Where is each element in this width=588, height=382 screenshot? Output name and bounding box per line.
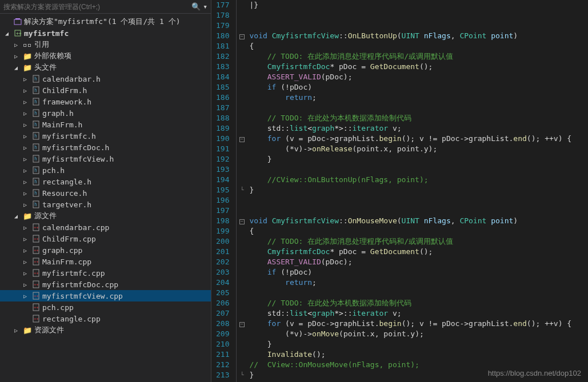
fold-marker[interactable]	[237, 103, 247, 113]
fold-marker[interactable]	[237, 164, 247, 175]
code-line[interactable]: }	[249, 185, 588, 195]
code-line[interactable]: ASSERT_VALID(pDoc);	[249, 257, 588, 267]
code-line[interactable]: return;	[249, 93, 588, 103]
fold-marker[interactable]	[237, 144, 247, 154]
resources-folder[interactable]: ▷📁资源文件	[0, 324, 211, 336]
expand-arrow-icon[interactable]: ▷	[11, 42, 21, 48]
expand-arrow-icon[interactable]: ▷	[21, 202, 30, 208]
header-file-graph-h[interactable]: ▷hgraph.h	[0, 107, 211, 119]
header-file-myfisrtmfc-h[interactable]: ▷hmyfisrtmfc.h	[0, 130, 211, 142]
fold-marker[interactable]	[237, 298, 247, 308]
expand-arrow-icon[interactable]: ▷	[21, 270, 30, 276]
code-line[interactable]: void CmyfisrtmfcView::OnLButtonUp(UINT n…	[249, 31, 588, 41]
header-file-ChildFrm-h[interactable]: ▷hChildFrm.h	[0, 85, 211, 96]
expand-arrow-icon[interactable]: ▷	[21, 99, 30, 105]
header-file-Resource-h[interactable]: ▷hResource.h	[0, 187, 211, 199]
header-file-myfisrtmfcView-h[interactable]: ▷hmyfisrtmfcView.h	[0, 153, 211, 164]
code-line[interactable]: return;	[249, 278, 588, 288]
code-line[interactable]: Invalidate();	[249, 349, 588, 360]
expand-arrow-icon[interactable]: ▷	[21, 144, 30, 151]
code-line[interactable]	[249, 164, 588, 175]
fold-marker[interactable]	[237, 236, 247, 247]
code-line[interactable]	[249, 195, 588, 206]
fold-marker[interactable]	[237, 154, 247, 164]
expand-arrow-icon[interactable]: ▷	[21, 110, 30, 116]
references-node[interactable]: ▷▫▫引用	[0, 39, 211, 50]
fold-marker[interactable]	[237, 339, 247, 349]
code-area[interactable]: |}void CmyfisrtmfcView::OnLButtonUp(UINT…	[247, 0, 588, 382]
header-file-targetver-h[interactable]: ▷htargetver.h	[0, 199, 211, 210]
fold-marker[interactable]	[237, 62, 247, 72]
expand-arrow-icon[interactable]: ◢	[2, 30, 11, 37]
source-file-ChildFrm-cpp[interactable]: ▷++ChildFrm.cpp	[0, 233, 211, 244]
search-input[interactable]	[3, 3, 189, 11]
header-file-framework-h[interactable]: ▷hframework.h	[0, 96, 211, 107]
fold-marker[interactable]	[237, 82, 247, 93]
code-line[interactable]	[249, 10, 588, 21]
expand-arrow-icon[interactable]: ▷	[21, 179, 30, 185]
code-editor[interactable]: 1771781791801811821831841851861871881891…	[211, 0, 588, 382]
fold-marker[interactable]	[237, 21, 247, 31]
expand-arrow-icon[interactable]: ▷	[11, 53, 21, 59]
header-file-MainFrm-h[interactable]: ▷hMainFrm.h	[0, 119, 211, 130]
code-line[interactable]: if (!pDoc)	[249, 82, 588, 93]
fold-marker[interactable]: −	[237, 319, 247, 329]
code-line[interactable]: {	[249, 41, 588, 51]
code-line[interactable]: CmyfisrtmfcDoc* pDoc = GetDocument();	[249, 247, 588, 257]
source-file-myfisrtmfcView-cpp[interactable]: ▷++myfisrtmfcView.cpp	[0, 290, 211, 301]
code-line[interactable]: (*v)->onRelease(point.x, point.y);	[249, 144, 588, 154]
fold-marker[interactable]	[237, 72, 247, 82]
code-line[interactable]: // TODO: 在此处为本机数据添加绘制代码	[249, 113, 588, 123]
fold-marker[interactable]	[237, 288, 247, 298]
fold-marker[interactable]	[237, 360, 247, 370]
source-file-myfisrtmfcDoc-cpp[interactable]: ▷++myfisrtmfcDoc.cpp	[0, 279, 211, 290]
header-file-calendarbar-h[interactable]: ▷hcalendarbar.h	[0, 73, 211, 85]
header-file-rectangle-h[interactable]: ▷hrectangle.h	[0, 176, 211, 187]
fold-marker[interactable]	[237, 10, 247, 21]
source-file-rectangle-cpp[interactable]: ++rectangle.cpp	[0, 313, 211, 324]
fold-marker[interactable]	[237, 0, 247, 10]
fold-marker[interactable]: −	[237, 216, 247, 226]
header-file-myfisrtmfcDoc-h[interactable]: ▷hmyfisrtmfcDoc.h	[0, 142, 211, 153]
code-line[interactable]: void CmyfisrtmfcView::OnMouseMove(UINT n…	[249, 216, 588, 226]
code-line[interactable]: // TODO: 在此添加消息处理程序代码和/或调用默认值	[249, 51, 588, 62]
code-line[interactable]: // TODO: 在此处为本机数据添加绘制代码	[249, 298, 588, 308]
expand-arrow-icon[interactable]: ▷	[21, 87, 30, 94]
project-node[interactable]: ◢++myfisrtmfc	[0, 27, 211, 39]
expand-arrow-icon[interactable]: ▷	[21, 259, 30, 265]
fold-marker[interactable]	[237, 93, 247, 103]
code-line[interactable]: CmyfisrtmfcDoc* pDoc = GetDocument();	[249, 62, 588, 72]
fold-marker[interactable]	[237, 278, 247, 288]
expand-arrow-icon[interactable]: ◢	[11, 65, 21, 71]
fold-marker[interactable]: └	[237, 185, 247, 195]
solution-node[interactable]: 解决方案"myfisrtmfc"(1 个项目/共 1 个)	[0, 16, 211, 27]
fold-marker[interactable]	[237, 195, 247, 206]
code-line[interactable]: }	[249, 154, 588, 164]
expand-arrow-icon[interactable]: ▷	[21, 190, 30, 196]
code-line[interactable]: ASSERT_VALID(pDoc);	[249, 72, 588, 82]
code-line[interactable]: }	[249, 339, 588, 349]
fold-marker[interactable]	[237, 329, 247, 339]
code-line[interactable]	[249, 21, 588, 31]
fold-marker[interactable]	[237, 41, 247, 51]
source-file-pch-cpp[interactable]: ++pch.cpp	[0, 301, 211, 313]
code-line[interactable]: |}	[249, 0, 588, 10]
expand-arrow-icon[interactable]: ▷	[21, 224, 30, 231]
fold-marker[interactable]	[237, 247, 247, 257]
fold-marker[interactable]: −	[237, 134, 247, 144]
code-line[interactable]	[249, 103, 588, 113]
source-file-myfisrtmfc-cpp[interactable]: ▷++myfisrtmfc.cpp	[0, 267, 211, 279]
dropdown-icon[interactable]: ▾	[203, 2, 207, 11]
sources-folder[interactable]: ◢📁源文件	[0, 210, 211, 222]
expand-arrow-icon[interactable]: ▷	[21, 156, 30, 162]
expand-arrow-icon[interactable]: ▷	[21, 293, 30, 299]
fold-marker[interactable]	[237, 308, 247, 319]
solution-tree[interactable]: 解决方案"myfisrtmfc"(1 个项目/共 1 个)◢++myfisrtm…	[0, 14, 211, 382]
fold-marker[interactable]	[237, 226, 247, 236]
code-line[interactable]: (*v)->onMove(point.x, point.y);	[249, 329, 588, 339]
expand-arrow-icon[interactable]: ▷	[11, 327, 21, 333]
code-line[interactable]: std::list<graph*>::iterator v;	[249, 123, 588, 134]
expand-arrow-icon[interactable]: ▷	[21, 122, 30, 128]
expand-arrow-icon[interactable]: ▷	[21, 282, 30, 288]
expand-arrow-icon[interactable]: ▷	[21, 236, 30, 242]
